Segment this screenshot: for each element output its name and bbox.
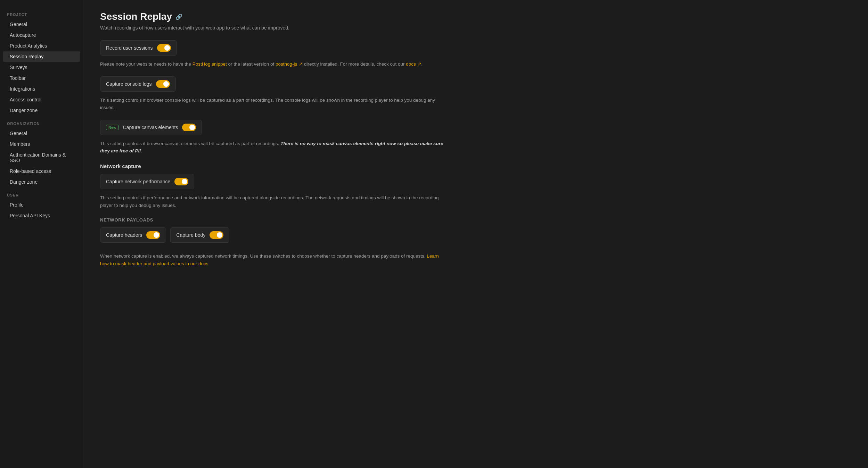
sidebar-section-label: Organization [0,116,83,128]
toggle-capture-canvas-elements[interactable] [182,124,196,131]
toggle-capture-body[interactable] [210,231,223,239]
settings-container: Record user sessionsPlease note your web… [100,40,851,267]
toggle-row-capture-canvas-elements: NewCapture canvas elements [100,120,202,135]
description-record-sessions: Please note your website needs to have t… [100,60,448,68]
toggle-capture-network-performance[interactable] [174,178,188,185]
sidebar-item-personal-api-keys[interactable]: Personal API Keys [3,210,80,221]
network-payloads-label: NETWORK PAYLOADS [100,217,851,223]
toggle-capture-console-logs[interactable] [156,80,170,88]
description-network-capture: This setting controls if performance and… [100,194,448,209]
payload-toggles-group: Capture headersCapture body [100,227,851,248]
toggle-label-capture-headers: Capture headers [106,232,142,238]
toggle-label-capture-canvas-elements: Capture canvas elements [123,125,178,130]
sidebar-item-auth-domains[interactable]: Authentication Domains & SSO [3,150,80,166]
link-icon[interactable]: 🔗 [175,14,182,20]
sidebar-item-members[interactable]: Members [3,139,80,149]
toggle-row-capture-body: Capture body [170,227,229,243]
sidebar-item-general-project[interactable]: General [3,19,80,30]
sidebar-item-danger-zone-project[interactable]: Danger zone [3,105,80,116]
sidebar-item-role-based-access[interactable]: Role-based access [3,166,80,176]
posthog-js-link[interactable]: posthog-js ↗ [276,61,303,67]
toggle-row-record-user-sessions: Record user sessions [100,40,177,56]
sidebar: ProjectGeneralAutocaptureProduct Analyti… [0,0,83,468]
description-console-logs: This setting controls if browser console… [100,97,448,111]
sidebar-item-session-replay[interactable]: Session Replay [3,51,80,62]
sidebar-item-general-org[interactable]: General [3,128,80,139]
canvas-pii-warning: There is no way to mask canvas elements … [100,141,443,154]
toggle-row-capture-network-performance: Capture network performance [100,174,194,189]
sidebar-item-integrations[interactable]: Integrations [3,84,80,94]
badge-new: New [106,125,119,130]
toggle-label-capture-network-performance: Capture network performance [106,179,170,184]
sidebar-item-autocapture[interactable]: Autocapture [3,30,80,40]
page-title: Session Replay [100,11,172,22]
toggle-row-capture-headers: Capture headers [100,227,166,243]
sidebar-section-label: Project [0,7,83,19]
toggle-row-capture-console-logs: Capture console logs [100,76,176,92]
sidebar-item-profile[interactable]: Profile [3,200,80,210]
sidebar-item-danger-zone-org[interactable]: Danger zone [3,177,80,187]
page-header: Session Replay 🔗 [100,11,851,22]
posthog-snippet-link[interactable]: PostHog snippet [193,61,227,67]
mask-header-link[interactable]: Learn how to mask header and payload val… [100,253,439,266]
network-capture-title: Network capture [100,163,851,169]
sidebar-item-surveys[interactable]: Surveys [3,62,80,73]
main-content: Session Replay 🔗 Watch recordings of how… [83,0,868,468]
sidebar-item-access-control[interactable]: Access control [3,94,80,105]
description-canvas-elements: This setting controls if browser canvas … [100,140,448,155]
toggle-label-capture-body: Capture body [176,232,205,238]
toggle-capture-headers[interactable] [146,231,160,239]
toggle-label-capture-console-logs: Capture console logs [106,81,152,87]
sidebar-section-label: User [0,187,83,199]
sidebar-item-toolbar[interactable]: Toolbar [3,73,80,83]
description-payload: When network capture is enabled, we alwa… [100,252,448,267]
docs-link[interactable]: docs ↗ [406,61,421,67]
toggle-label-record-user-sessions: Record user sessions [106,45,153,51]
page-subtitle: Watch recordings of how users interact w… [100,25,851,31]
sidebar-item-product-analytics[interactable]: Product Analytics [3,41,80,51]
toggle-record-user-sessions[interactable] [157,44,171,52]
